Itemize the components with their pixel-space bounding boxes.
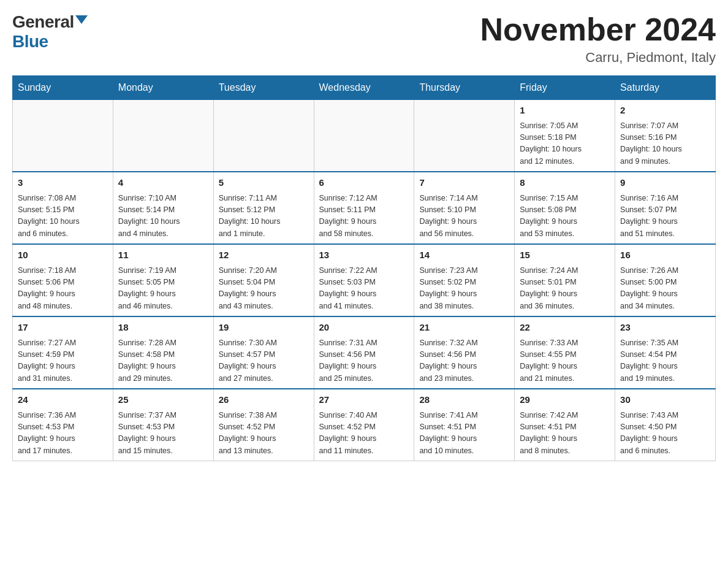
- calendar-cell: 14Sunrise: 7:23 AMSunset: 5:02 PMDayligh…: [414, 244, 515, 316]
- day-info: Sunrise: 7:30 AMSunset: 4:57 PMDaylight:…: [219, 337, 309, 385]
- day-info: Sunrise: 7:28 AMSunset: 4:58 PMDaylight:…: [118, 337, 208, 385]
- calendar-cell: [414, 100, 515, 172]
- calendar-cell: 3Sunrise: 7:08 AMSunset: 5:15 PMDaylight…: [13, 172, 113, 244]
- location: Carru, Piedmont, Italy: [480, 50, 716, 66]
- day-number: 22: [520, 321, 610, 335]
- calendar-cell: 25Sunrise: 7:37 AMSunset: 4:53 PMDayligh…: [113, 389, 213, 461]
- calendar-cell: 6Sunrise: 7:12 AMSunset: 5:11 PMDaylight…: [314, 172, 414, 244]
- day-info: Sunrise: 7:42 AMSunset: 4:51 PMDaylight:…: [520, 410, 610, 458]
- day-number: 21: [419, 321, 509, 335]
- day-number: 15: [520, 248, 610, 262]
- calendar-cell: 11Sunrise: 7:19 AMSunset: 5:05 PMDayligh…: [113, 244, 213, 316]
- day-number: 17: [18, 321, 108, 335]
- calendar-cell: [113, 100, 213, 172]
- day-number: 20: [319, 321, 409, 335]
- day-info: Sunrise: 7:24 AMSunset: 5:01 PMDaylight:…: [520, 265, 610, 313]
- weekday-header-monday: Monday: [113, 76, 213, 100]
- day-number: 8: [520, 176, 610, 190]
- day-info: Sunrise: 7:19 AMSunset: 5:05 PMDaylight:…: [118, 265, 208, 313]
- day-info: Sunrise: 7:05 AMSunset: 5:18 PMDaylight:…: [520, 120, 610, 168]
- day-number: 30: [620, 393, 710, 407]
- day-info: Sunrise: 7:43 AMSunset: 4:50 PMDaylight:…: [620, 410, 710, 458]
- day-number: 28: [419, 393, 509, 407]
- weekday-header-wednesday: Wednesday: [314, 76, 414, 100]
- day-number: 6: [319, 176, 409, 190]
- day-number: 16: [620, 248, 710, 262]
- calendar-cell: 13Sunrise: 7:22 AMSunset: 5:03 PMDayligh…: [314, 244, 414, 316]
- day-info: Sunrise: 7:08 AMSunset: 5:15 PMDaylight:…: [18, 193, 108, 240]
- logo-triangle-icon: [75, 15, 88, 24]
- weekday-header-sunday: Sunday: [13, 76, 113, 100]
- day-number: 26: [219, 393, 309, 407]
- day-info: Sunrise: 7:18 AMSunset: 5:06 PMDaylight:…: [18, 265, 108, 313]
- day-info: Sunrise: 7:23 AMSunset: 5:02 PMDaylight:…: [419, 265, 509, 313]
- calendar-cell: 29Sunrise: 7:42 AMSunset: 4:51 PMDayligh…: [515, 389, 615, 461]
- calendar-cell: 23Sunrise: 7:35 AMSunset: 4:54 PMDayligh…: [615, 316, 716, 389]
- calendar-cell: 5Sunrise: 7:11 AMSunset: 5:12 PMDaylight…: [213, 172, 314, 244]
- calendar-cell: 8Sunrise: 7:15 AMSunset: 5:08 PMDaylight…: [515, 172, 615, 244]
- day-info: Sunrise: 7:10 AMSunset: 5:14 PMDaylight:…: [118, 193, 208, 240]
- day-info: Sunrise: 7:20 AMSunset: 5:04 PMDaylight:…: [219, 265, 309, 313]
- calendar-cell: 24Sunrise: 7:36 AMSunset: 4:53 PMDayligh…: [13, 389, 113, 461]
- day-info: Sunrise: 7:22 AMSunset: 5:03 PMDaylight:…: [319, 265, 409, 313]
- day-info: Sunrise: 7:14 AMSunset: 5:10 PMDaylight:…: [419, 193, 509, 240]
- calendar-cell: 15Sunrise: 7:24 AMSunset: 5:01 PMDayligh…: [515, 244, 615, 316]
- calendar-cell: 17Sunrise: 7:27 AMSunset: 4:59 PMDayligh…: [13, 316, 113, 389]
- day-info: Sunrise: 7:33 AMSunset: 4:55 PMDaylight:…: [520, 337, 610, 385]
- title-area: November 2024 Carru, Piedmont, Italy: [480, 12, 716, 66]
- calendar-cell: 2Sunrise: 7:07 AMSunset: 5:16 PMDaylight…: [615, 100, 716, 172]
- calendar-week-row: 17Sunrise: 7:27 AMSunset: 4:59 PMDayligh…: [13, 316, 716, 389]
- calendar-cell: 10Sunrise: 7:18 AMSunset: 5:06 PMDayligh…: [13, 244, 113, 316]
- calendar-cell: 28Sunrise: 7:41 AMSunset: 4:51 PMDayligh…: [414, 389, 515, 461]
- page-header: General Blue November 2024 Carru, Piedmo…: [12, 12, 716, 66]
- calendar-cell: 27Sunrise: 7:40 AMSunset: 4:52 PMDayligh…: [314, 389, 414, 461]
- weekday-header-row: SundayMondayTuesdayWednesdayThursdayFrid…: [13, 76, 716, 100]
- day-number: 18: [118, 321, 208, 335]
- month-title: November 2024: [480, 12, 716, 47]
- day-info: Sunrise: 7:37 AMSunset: 4:53 PMDaylight:…: [118, 410, 208, 458]
- day-number: 23: [620, 321, 710, 335]
- day-number: 24: [18, 393, 108, 407]
- day-number: 12: [219, 248, 309, 262]
- day-number: 1: [520, 104, 610, 118]
- calendar-week-row: 1Sunrise: 7:05 AMSunset: 5:18 PMDaylight…: [13, 100, 716, 172]
- day-info: Sunrise: 7:07 AMSunset: 5:16 PMDaylight:…: [620, 120, 710, 168]
- day-info: Sunrise: 7:38 AMSunset: 4:52 PMDaylight:…: [219, 410, 309, 458]
- day-info: Sunrise: 7:32 AMSunset: 4:56 PMDaylight:…: [419, 337, 509, 385]
- day-number: 7: [419, 176, 509, 190]
- day-number: 2: [620, 104, 710, 118]
- day-number: 14: [419, 248, 509, 262]
- day-number: 9: [620, 176, 710, 190]
- day-info: Sunrise: 7:26 AMSunset: 5:00 PMDaylight:…: [620, 265, 710, 313]
- calendar-cell: 30Sunrise: 7:43 AMSunset: 4:50 PMDayligh…: [615, 389, 716, 461]
- day-info: Sunrise: 7:40 AMSunset: 4:52 PMDaylight:…: [319, 410, 409, 458]
- day-info: Sunrise: 7:35 AMSunset: 4:54 PMDaylight:…: [620, 337, 710, 385]
- calendar-cell: 16Sunrise: 7:26 AMSunset: 5:00 PMDayligh…: [615, 244, 716, 316]
- day-number: 27: [319, 393, 409, 407]
- calendar-week-row: 10Sunrise: 7:18 AMSunset: 5:06 PMDayligh…: [13, 244, 716, 316]
- calendar-cell: 26Sunrise: 7:38 AMSunset: 4:52 PMDayligh…: [213, 389, 314, 461]
- day-number: 13: [319, 248, 409, 262]
- calendar-cell: 4Sunrise: 7:10 AMSunset: 5:14 PMDaylight…: [113, 172, 213, 244]
- calendar-cell: 12Sunrise: 7:20 AMSunset: 5:04 PMDayligh…: [213, 244, 314, 316]
- weekday-header-thursday: Thursday: [414, 76, 515, 100]
- day-number: 5: [219, 176, 309, 190]
- logo-blue-text: Blue: [12, 32, 48, 51]
- calendar-cell: [13, 100, 113, 172]
- day-number: 25: [118, 393, 208, 407]
- day-info: Sunrise: 7:15 AMSunset: 5:08 PMDaylight:…: [520, 193, 610, 240]
- logo-general-text: General: [12, 12, 74, 32]
- calendar-cell: 19Sunrise: 7:30 AMSunset: 4:57 PMDayligh…: [213, 316, 314, 389]
- day-info: Sunrise: 7:12 AMSunset: 5:11 PMDaylight:…: [319, 193, 409, 240]
- day-number: 10: [18, 248, 108, 262]
- day-info: Sunrise: 7:36 AMSunset: 4:53 PMDaylight:…: [18, 410, 108, 458]
- day-info: Sunrise: 7:41 AMSunset: 4:51 PMDaylight:…: [419, 410, 509, 458]
- day-number: 11: [118, 248, 208, 262]
- logo: General Blue: [12, 12, 88, 52]
- calendar-cell: [314, 100, 414, 172]
- calendar-cell: 1Sunrise: 7:05 AMSunset: 5:18 PMDaylight…: [515, 100, 615, 172]
- calendar-cell: 22Sunrise: 7:33 AMSunset: 4:55 PMDayligh…: [515, 316, 615, 389]
- day-number: 19: [219, 321, 309, 335]
- day-info: Sunrise: 7:27 AMSunset: 4:59 PMDaylight:…: [18, 337, 108, 385]
- calendar-week-row: 24Sunrise: 7:36 AMSunset: 4:53 PMDayligh…: [13, 389, 716, 461]
